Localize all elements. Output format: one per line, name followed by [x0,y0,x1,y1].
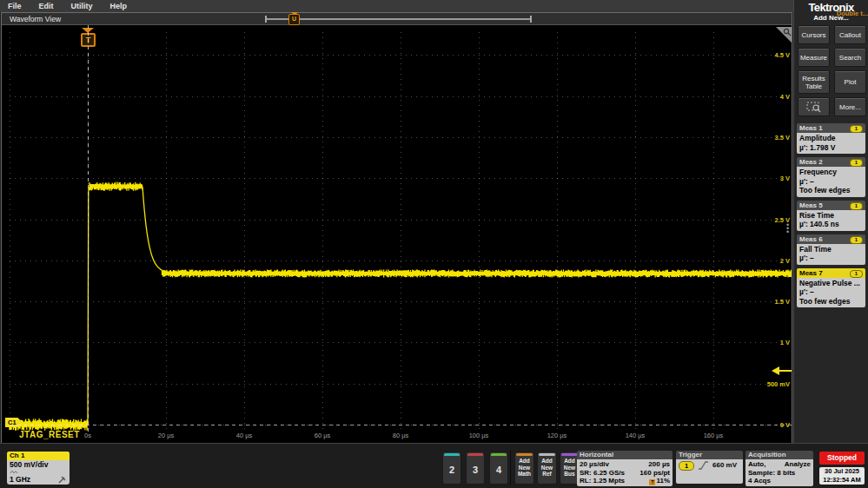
grid-line-vertical [635,32,636,430]
sidebar-button-grid: CursorsCalloutMeasureSearchResults Table… [798,25,868,116]
measurement-value: µ': – [799,254,863,263]
measurement-header: Meas 61 [797,234,865,244]
measurement-source-badge: 1 [850,202,863,210]
acquisition-analyze: Analyze [785,460,811,469]
measurement-body: Amplitudeµ': 1.798 V [797,133,865,154]
oscilloscope-screen: File Edit Utility Help Waveform View U T [0,0,868,488]
grid-line-horizontal [10,384,792,385]
y-axis-label: 0 V [752,421,790,429]
measurement-title: Frequency [799,168,863,177]
measurement-title: Fall Time [799,245,863,254]
measurement-header: Meas 11 [797,123,865,133]
grid-line-horizontal [10,55,792,56]
trigger-source-badge: 1 [679,461,694,471]
results-bar-drag-handle[interactable]: ••• [786,223,789,234]
channel-1-badge[interactable]: Ch 1 500 mV/div 1 GHz [7,452,70,485]
sidebar-button-zoom-tool[interactable] [798,97,830,116]
run-stop-button[interactable]: Stopped [819,452,865,465]
measurement-badge[interactable]: Meas 51Rise Timeµ': 140.5 ns [797,201,865,231]
probe-icon [58,476,66,484]
measurement-header: Meas 71 [797,268,865,278]
trigger-panel-title: Trigger [676,451,743,459]
measurement-badge[interactable]: Meas 21Frequencyµ': –Too few edges [797,157,865,197]
sidebar-button-more-[interactable]: More... [834,97,866,116]
grid-line-vertical [10,32,10,430]
measurement-value: Too few edges [799,297,863,307]
horizontal-panel[interactable]: Horizontal 20 µs/div200 µsSR: 6.25 GS/s1… [577,451,673,486]
y-axis-label: 3.5 V [752,134,790,142]
x-axis-label: 140 µs [616,432,654,439]
button-color-stripe [539,453,555,456]
y-axis-label: 4.5 V [752,51,790,59]
add-new-math-button[interactable]: AddNewMath [514,452,534,485]
sidebar-button-callout[interactable]: Callout [834,25,866,44]
sidebar-button-plot[interactable]: Plot [834,70,866,94]
measurement-value: µ': 140.5 ns [799,220,863,229]
channel-4-button[interactable]: 4 [489,452,508,485]
x-axis-label: 20 µs [147,432,185,439]
bottom-bar-divider [510,451,511,485]
x-axis-label: 120 µs [538,432,576,439]
measurement-value: µ': – [799,177,863,187]
trigger-panel[interactable]: Trigger 1 660 mV [676,451,743,484]
rising-edge-icon [698,461,709,470]
grid-line-vertical [166,32,167,430]
trigger-position-line [88,25,89,432]
horizontal-panel-title: Horizontal [577,451,673,459]
acquisition-panel[interactable]: Acquisition Auto, Analyze Sample: 8 bits… [745,451,813,486]
waveform-trace [2,25,792,443]
magnifier-icon [783,28,792,36]
measurement-badge-stack: Meas 11Amplitudeµ': 1.798 VMeas 21Freque… [797,123,865,307]
time-value: 12:32:54 AM [819,476,865,485]
channel-number: 3 [467,465,484,475]
horizontal-value: T11% [649,477,670,485]
channel-color-stripe [467,453,483,456]
grid-line-horizontal [10,178,792,179]
grid-line-horizontal [10,137,792,138]
double-tap-hint: Double t... [837,10,868,17]
grid-line-vertical [479,32,480,430]
trigger-position-icon: T [649,479,655,485]
menu-file[interactable]: File [8,2,22,10]
measurement-value: Too few edges [799,186,863,195]
horizontal-row: 20 µs/div200 µs [580,460,670,469]
menu-edit[interactable]: Edit [39,2,54,10]
horizontal-value: 200 µs [648,460,670,469]
menu-help[interactable]: Help [110,2,128,10]
channel-3-button[interactable]: 3 [466,452,485,485]
channel-2-button[interactable]: 2 [442,452,461,485]
coupling-icon [7,469,70,475]
channel-1-bandwidth: 1 GHz [10,475,30,484]
measurement-source-badge: 1 [850,159,863,167]
measurement-badge[interactable]: Meas 71Negative Pulse ...µ': –Too few ed… [797,268,865,308]
measurement-badge[interactable]: Meas 61Fall Timeµ': – [797,234,865,265]
channel-1-name: Ch 1 [7,452,70,460]
horizontal-value: RL: 1.25 Mpts [580,477,625,485]
x-axis-label: 40 µs [225,432,263,439]
y-axis-label: 4 V [752,93,790,101]
channel-1-scale: 500 mV/div [7,460,70,469]
sidebar-button-cursors[interactable]: Cursors [798,25,830,44]
trigger-level-arrow[interactable] [772,366,792,376]
sidebar-button-results-table[interactable]: Results Table [798,70,830,94]
grid-line-horizontal [10,260,792,261]
sidebar-button-search[interactable]: Search [834,48,866,67]
x-axis-label: 80 µs [381,432,420,439]
sidebar-button-measure[interactable]: Measure [798,48,830,67]
add-new-ref-button[interactable]: AddNewRef [537,452,557,485]
measurement-source-badge: 1 [850,236,863,244]
y-axis-label: 3 V [752,175,790,182]
measurement-value: µ': 1.798 V [799,143,863,153]
record-view-trigger-marker[interactable]: U [288,14,300,25]
measurement-badge[interactable]: Meas 11Amplitudeµ': 1.798 V [797,123,865,154]
menu-utility[interactable]: Utility [71,2,93,10]
channel-color-stripe [491,453,507,456]
button-color-stripe [516,453,533,456]
y-axis-label: 2.5 V [752,216,790,224]
graticule[interactable]: T C1 JTAG_RESET ••• 4.5 V4 V3.5 V3 V2.5 … [2,25,792,443]
record-view-bar[interactable] [265,16,532,23]
settings-bar: Ch 1 500 mV/div 1 GHz 234 AddNewMathAddN… [0,443,868,488]
measurement-value: µ': – [799,287,863,297]
date-time-display: 30 Jul 2025 12:32:54 AM [819,467,865,485]
horizontal-panel-body: 20 µs/div200 µsSR: 6.25 GS/s160 ps/ptRL:… [577,459,673,486]
